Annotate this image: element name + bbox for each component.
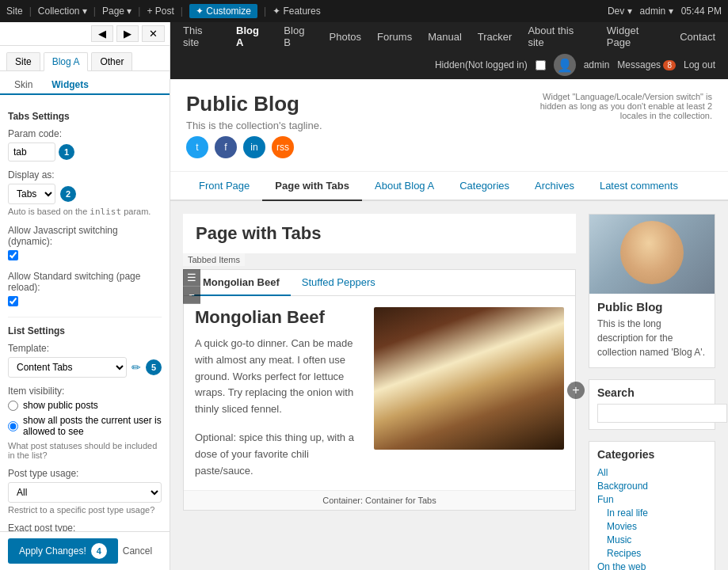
context-tabs: Site Blog A Other: [0, 46, 170, 71]
blog-image-widget: Public Blog This is the long description…: [589, 214, 715, 368]
tabs-container: Mongolian Beef Stuffed Peppers Mongolian…: [183, 269, 576, 511]
nav-photos[interactable]: Photos: [330, 31, 361, 43]
nav-contact[interactable]: Contact: [680, 31, 715, 43]
nav-tracker[interactable]: Tracker: [478, 31, 513, 43]
std-switch-field: Allow Standard switching (page reload):: [8, 271, 162, 309]
linkedin-icon[interactable]: in: [243, 136, 265, 158]
add-widget-icon[interactable]: +: [567, 382, 585, 399]
features-link[interactable]: ✦ Features: [273, 6, 321, 17]
cat-movies[interactable]: Movies: [597, 521, 707, 532]
badge-2: 2: [60, 186, 76, 202]
hidden-toggle[interactable]: [536, 60, 546, 70]
badge-5: 5: [146, 359, 162, 375]
statuses-hint: What post statuses should be included in…: [8, 441, 162, 460]
admin-bar: Site | Collection ▾ | Page ▾ | + Post | …: [0, 0, 728, 22]
skin-tab[interactable]: Skin: [6, 76, 40, 93]
display-as-label: Display as:: [8, 169, 162, 180]
nav-widget-page[interactable]: Widget Page: [607, 25, 664, 48]
post-type-select[interactable]: All: [8, 482, 162, 503]
content-area: Page with Tabs Tabbed Items ☰ − Mongolia…: [170, 201, 728, 570]
param-code-input[interactable]: [8, 142, 55, 162]
blog-title: Public Blog: [186, 92, 322, 116]
apply-changes-button[interactable]: Apply Changes! 4: [8, 538, 118, 564]
tab-mongolian-beef[interactable]: Mongolian Beef: [192, 270, 291, 296]
post-link[interactable]: + Post: [147, 6, 173, 17]
nav-manual[interactable]: Manual: [428, 31, 462, 43]
container-label: Container: Container for Tabs: [184, 490, 575, 510]
search-title: Search: [597, 386, 707, 399]
nav-forums[interactable]: Forums: [377, 31, 412, 43]
page-menu[interactable]: Page ▾: [102, 6, 131, 17]
item-visibility-label: Item visibility:: [8, 386, 162, 397]
nav-about-blog-a[interactable]: About Blog A: [362, 172, 447, 201]
dev-menu[interactable]: Dev ▾: [608, 6, 632, 17]
js-switch-field: Allow Javascript switching (dynamic):: [8, 225, 162, 263]
template-select[interactable]: Content Tabs: [8, 357, 127, 378]
nav-front-page[interactable]: Front Page: [186, 172, 262, 201]
widgets-tab[interactable]: Widgets: [44, 76, 97, 95]
nav-categories[interactable]: Categories: [447, 172, 522, 201]
nav-about[interactable]: About this site: [528, 25, 590, 48]
recipe-desc-2: Optional: spice this thing up, with a do…: [195, 430, 363, 479]
categories-widget: Categories All Background Fun In real li…: [589, 441, 715, 570]
nav-archives[interactable]: Archives: [522, 172, 587, 201]
blog-widget-title: Public Blog: [589, 294, 715, 317]
site-tab[interactable]: Site: [6, 52, 40, 70]
tab-content: Mongolian Beef A quick go-to dinner. Can…: [184, 296, 575, 490]
badge-4: 4: [91, 543, 107, 559]
close-button[interactable]: ✕: [142, 25, 165, 42]
cat-on-the-web[interactable]: On the web: [597, 561, 707, 570]
overlay-minus-icon[interactable]: −: [183, 287, 200, 304]
main-column: Page with Tabs Tabbed Items ☰ − Mongolia…: [183, 214, 576, 570]
js-switch-checkbox[interactable]: [8, 250, 18, 260]
cat-all[interactable]: All: [597, 467, 707, 478]
overlay-edit-icon[interactable]: ☰: [183, 269, 200, 287]
std-switch-checkbox[interactable]: [8, 296, 18, 306]
display-as-select[interactable]: Tabs: [8, 184, 55, 204]
type-tabs: Skin Widgets: [0, 71, 170, 95]
search-input[interactable]: [597, 404, 727, 423]
tabbed-items-label: Tabbed Items: [183, 253, 245, 266]
cancel-button[interactable]: Cancel: [123, 545, 152, 557]
nav-blog-a[interactable]: Blog A: [236, 25, 268, 48]
cat-recipes[interactable]: Recipes: [597, 548, 707, 559]
admin-time: 05:44 PM: [681, 6, 722, 17]
customize-sidebar: ◀ ▶ ✕ Site Blog A Other Skin Widgets Tab…: [0, 22, 170, 570]
collection-menu[interactable]: Collection ▾: [38, 6, 87, 17]
blog-widget-text: This is the long description for the col…: [589, 317, 715, 367]
cat-in-real-life[interactable]: In real life: [597, 507, 707, 519]
rss-icon[interactable]: rss: [272, 136, 294, 158]
template-edit-icon[interactable]: ✏: [131, 361, 141, 374]
admin-menu[interactable]: admin ▾: [640, 6, 673, 17]
page-title: Page with Tabs: [196, 223, 563, 244]
admin-link[interactable]: admin: [584, 59, 610, 70]
tab-stuffed-peppers[interactable]: Stuffed Peppers: [291, 270, 387, 296]
cat-fun[interactable]: Fun: [597, 494, 707, 505]
hidden-label: Hidden(Not logged in): [435, 59, 528, 70]
twitter-icon[interactable]: t: [186, 136, 208, 158]
nav-forward-button[interactable]: ▶: [116, 25, 139, 42]
search-widget: Search Search: [589, 379, 715, 430]
post-type-label: Post type usage:: [8, 468, 162, 479]
other-tab[interactable]: Other: [91, 52, 132, 70]
categories-title: Categories: [597, 448, 707, 461]
facebook-icon[interactable]: f: [215, 136, 237, 158]
nav-page-with-tabs[interactable]: Page with Tabs: [262, 172, 362, 201]
js-switch-label: Allow Javascript switching (dynamic):: [8, 225, 162, 247]
recipe-desc-1: A quick go-to dinner. Can be made with a…: [195, 336, 363, 418]
public-posts-radio[interactable]: [8, 401, 18, 411]
nav-blog-b[interactable]: Blog B: [284, 25, 313, 48]
item-visibility-field: Item visibility: show public posts show …: [8, 386, 162, 460]
customize-link[interactable]: ✦ Customize: [189, 4, 257, 18]
all-posts-radio[interactable]: [8, 421, 18, 431]
nav-this-site[interactable]: This site: [183, 25, 220, 48]
display-as-field: Display as: Tabs 2 Auto is based on the …: [8, 169, 162, 217]
cat-music[interactable]: Music: [597, 534, 707, 545]
nav-latest-comments[interactable]: Latest comments: [587, 172, 691, 201]
recipe-text: Mongolian Beef A quick go-to dinner. Can…: [195, 307, 363, 479]
cat-background[interactable]: Background: [597, 481, 707, 492]
bloga-tab[interactable]: Blog A: [44, 52, 89, 71]
nav-back-button[interactable]: ◀: [91, 25, 113, 42]
logout-link[interactable]: Log out: [684, 59, 715, 70]
site-link[interactable]: Site: [6, 6, 23, 17]
